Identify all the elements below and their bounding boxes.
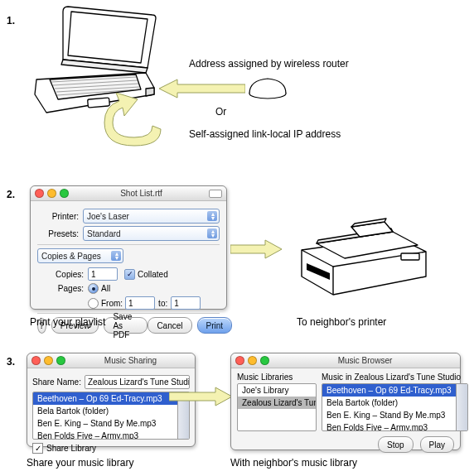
presets-select[interactable]: Standard▴▾ <box>83 226 220 241</box>
list-item[interactable]: Beethoven – Op 69 Ed-Tracy.mp3 <box>33 392 177 405</box>
scrollbar[interactable] <box>456 384 467 430</box>
share-library-checkbox[interactable]: ✓ <box>32 443 43 454</box>
presets-label: Presets: <box>37 229 79 238</box>
print-caption-left: Print your playlist <box>30 316 105 328</box>
list-item[interactable]: Bela Bartok (folder) <box>33 405 177 417</box>
print-dialog-titlebar[interactable]: Shot List.rtf <box>31 186 226 201</box>
wireless-router-illustration <box>247 75 288 100</box>
pages-range-radio[interactable] <box>88 298 99 309</box>
music-libraries-header: Music Libraries <box>237 373 317 382</box>
list-item[interactable]: Joe's Library <box>238 384 317 397</box>
music-items-list[interactable]: Beethoven – Op 69 Ed-Tracy.mp3 Bela Bart… <box>322 383 468 431</box>
linklocal-address-label: Self-assigned link-local IP address <box>189 128 341 140</box>
collated-label: Collated <box>138 270 168 279</box>
zoom-icon[interactable] <box>60 189 69 198</box>
printer-select[interactable]: Joe's Laser▴▾ <box>83 209 220 224</box>
print-caption-right: To neighbor's printer <box>297 316 386 328</box>
music-browser-title: Music Browser <box>274 356 456 365</box>
or-label: Or <box>215 106 226 118</box>
arrow-router-to-laptop <box>157 78 245 99</box>
minimize-icon[interactable] <box>47 189 56 198</box>
list-item[interactable]: Zealous Lizard's Tune <box>238 397 317 409</box>
zoom-icon[interactable] <box>56 356 65 365</box>
share-name-label: Share Name: <box>32 377 81 387</box>
step-number-1: 1. <box>7 15 15 26</box>
list-item[interactable]: Ben E. King – Stand By Me.mp3 <box>33 417 177 430</box>
collated-checkbox[interactable]: ✓ <box>124 269 135 280</box>
step-number-3: 3. <box>7 356 15 368</box>
printer-illustration <box>293 204 434 300</box>
window-traffic-lights[interactable] <box>31 356 65 365</box>
save-as-pdf-button[interactable]: Save As PDF <box>104 317 148 334</box>
list-item[interactable]: Ben Folds Five – Army.mp3 <box>33 430 177 440</box>
music-sharing-title: Music Sharing <box>70 356 191 365</box>
list-item[interactable]: Ben Folds Five – Army.mp3 <box>322 421 456 430</box>
pages-to-label: to: <box>158 299 167 308</box>
window-traffic-lights[interactable] <box>235 356 269 365</box>
step-number-2: 2. <box>7 189 15 200</box>
copies-input[interactable]: 1 <box>88 267 118 281</box>
close-icon[interactable] <box>235 356 244 365</box>
minimize-icon[interactable] <box>44 356 53 365</box>
pages-from-label: From: <box>101 299 123 308</box>
share-songs-list[interactable]: Beethoven – Op 69 Ed-Tracy.mp3 Bela Bart… <box>32 392 190 440</box>
svg-rect-7 <box>401 253 419 260</box>
stop-button[interactable]: Stop <box>378 436 414 453</box>
pages-from-input[interactable]: 1 <box>125 296 155 310</box>
print-dialog-title: Shot List.rtf <box>74 189 209 198</box>
close-icon[interactable] <box>31 356 41 365</box>
close-icon[interactable] <box>35 189 44 198</box>
pages-to-input[interactable]: 1 <box>171 296 201 310</box>
print-dialog-window: Shot List.rtf Printer: Joe's Laser▴▾ Pre… <box>30 185 227 310</box>
play-button[interactable]: Play <box>420 436 454 453</box>
copies-label: Copies: <box>37 270 84 279</box>
music-sharing-titlebar[interactable]: Music Sharing <box>27 353 195 368</box>
pages-all-label: All <box>101 284 110 293</box>
cancel-button[interactable]: Cancel <box>148 317 191 334</box>
music-browser-window: Music Browser Music Libraries Joe's Libr… <box>230 353 461 450</box>
pages-all-radio[interactable] <box>88 283 99 294</box>
wireless-address-label: Address assigned by wireless router <box>189 58 349 70</box>
arrow-dialog-to-printer <box>230 238 283 260</box>
list-item[interactable]: Ben E. King – Stand By Me.mp3 <box>322 409 456 421</box>
share-library-label: Share Library <box>46 444 96 453</box>
pages-label: Pages: <box>37 284 84 293</box>
list-item[interactable]: Beethoven – Op 69 Ed-Tracy.mp3 <box>322 384 456 397</box>
share-caption: Share your music library <box>27 457 133 469</box>
toolbar-toggle-icon[interactable] <box>209 190 222 198</box>
print-section-select[interactable]: Copies & Pages▴▾ <box>37 248 123 263</box>
music-browser-titlebar[interactable]: Music Browser <box>231 353 460 368</box>
print-button[interactable]: Print <box>197 317 233 334</box>
window-traffic-lights[interactable] <box>35 189 69 198</box>
arrow-sharing-to-browser <box>169 386 234 407</box>
minimize-icon[interactable] <box>248 356 257 365</box>
zoom-icon[interactable] <box>260 356 269 365</box>
music-libraries-list[interactable]: Joe's Library Zealous Lizard's Tune <box>237 383 317 431</box>
music-in-library-header: Music in Zealous Lizard's Tune Studio <box>322 373 468 382</box>
arrow-self-loop <box>89 93 166 151</box>
browser-caption: With neighbor's music library <box>230 457 357 469</box>
printer-label: Printer: <box>37 212 79 221</box>
list-item[interactable]: Bela Bartok (folder) <box>322 397 456 409</box>
